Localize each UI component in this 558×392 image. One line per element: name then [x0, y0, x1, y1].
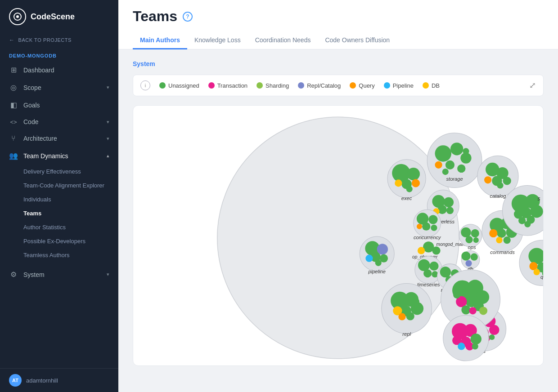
svg-point-86 — [471, 254, 478, 261]
sidebar-item-possible-ex-developers[interactable]: Possible Ex-Developers — [0, 234, 118, 248]
svg-point-80 — [504, 236, 511, 244]
tab-code-owners-diffusion[interactable]: Code Owners Diffusion — [318, 32, 397, 49]
project-label: DEMO-MONGODB — [0, 49, 118, 61]
svg-point-39 — [422, 223, 430, 231]
svg-point-78 — [497, 229, 506, 238]
svg-point-106 — [531, 205, 538, 212]
sidebar-item-delivery-effectiveness[interactable]: Delivery Effectiveness — [0, 165, 118, 178]
bubble-chart-svg: storage catalog — [133, 106, 543, 365]
logo[interactable]: CodeScene — [0, 0, 118, 33]
main-content: Teams ? Main Authors Knowledge Loss Coor… — [118, 0, 558, 392]
svg-point-25 — [412, 179, 420, 187]
team-dynamics-icon: 👥 — [9, 151, 18, 160]
legend-label: Query — [359, 82, 374, 89]
sidebar-item-teamless-authors[interactable]: Teamless Authors — [0, 248, 118, 262]
sidebar-item-teams[interactable]: Teams — [0, 206, 118, 220]
svg-point-44 — [432, 246, 440, 254]
back-arrow-icon: ← — [9, 37, 15, 43]
tab-main-authors[interactable]: Main Authors — [133, 32, 187, 49]
db-cluster: db — [461, 250, 480, 272]
svg-point-18 — [484, 176, 491, 183]
svg-point-33 — [446, 207, 454, 214]
legend-bar: i Unassigned Transaction Sharding Repl/C… — [133, 75, 544, 96]
svg-point-17 — [503, 177, 511, 185]
info-icon[interactable]: i — [140, 80, 150, 90]
sidebar-item-goals[interactable]: ◧ Goals — [0, 96, 118, 114]
svg-text:concurrency: concurrency — [414, 235, 441, 240]
sidebar-item-team-code-alignment[interactable]: Team-Code Alignment Explorer — [0, 178, 118, 192]
legend-label: Transaction — [217, 82, 248, 89]
svg-point-203 — [472, 343, 478, 349]
svg-point-127 — [489, 334, 495, 340]
svg-text:pipeline: pipeline — [368, 269, 385, 274]
sidebar-item-dashboard[interactable]: ⊞ Dashboard — [0, 61, 118, 79]
sidebar-item-label: Scope — [23, 84, 41, 91]
logo-text: CodeScene — [31, 12, 75, 22]
sidebar-item-author-statistics[interactable]: Author Statistics — [0, 220, 118, 234]
legend-repl-catalog: Repl/Catalog — [298, 82, 341, 89]
svg-point-115 — [406, 312, 414, 320]
help-icon[interactable]: ? — [183, 12, 193, 22]
svg-point-1 — [16, 15, 19, 18]
svg-point-58 — [429, 262, 438, 271]
chevron-up-icon: ▴ — [107, 153, 109, 159]
sidebar-item-team-dynamics[interactable]: 👥 Team Dynamics ▴ — [0, 147, 118, 165]
back-to-projects[interactable]: ← BACK TO PROJECTS — [0, 33, 118, 49]
svg-point-81 — [496, 237, 502, 243]
svg-point-107 — [524, 221, 531, 227]
legend-label: Sharding — [266, 82, 289, 89]
sidebar-item-label: Goals — [23, 102, 40, 109]
sidebar: CodeScene ← BACK TO PROJECTS DEMO-MONGOD… — [0, 0, 118, 392]
svg-point-8 — [457, 165, 465, 173]
svg-point-85 — [461, 251, 470, 260]
sidebar-item-code[interactable]: <> Code ▾ — [0, 114, 118, 130]
sidebar-item-architecture[interactable]: ⑂ Architecture ▾ — [0, 130, 118, 147]
user-profile[interactable]: AT adamtornhill — [0, 368, 118, 392]
tab-coordination-needs[interactable]: Coordination Needs — [248, 32, 318, 49]
legend-label: DB — [432, 82, 440, 89]
sharding-dot — [256, 82, 263, 89]
svg-text:query: query — [540, 274, 543, 280]
svg-point-19 — [497, 182, 503, 188]
sidebar-item-scope[interactable]: ◎ Scope ▾ — [0, 79, 118, 96]
transaction-dot — [208, 82, 215, 89]
tab-bar: Main Authors Knowledge Loss Coordination… — [133, 32, 544, 49]
chevron-down-icon: ▾ — [107, 85, 109, 90]
team-dynamics-subnav: Delivery Effectiveness Team-Code Alignme… — [0, 165, 118, 262]
svg-point-10 — [442, 169, 449, 175]
architecture-icon: ⑂ — [9, 134, 18, 143]
svg-point-5 — [450, 143, 463, 155]
svg-point-117 — [412, 298, 419, 305]
svg-point-72 — [473, 237, 479, 243]
sidebar-item-label: Dashboard — [23, 67, 54, 74]
svg-point-9 — [435, 161, 442, 169]
dashboard-icon: ⊞ — [9, 66, 18, 74]
svg-text:ops: ops — [468, 245, 476, 250]
legend-label: Pipeline — [393, 82, 414, 89]
svg-point-26 — [395, 179, 402, 187]
logo-icon — [9, 8, 26, 25]
legend-query: Query — [350, 82, 374, 89]
svg-point-71 — [465, 236, 472, 243]
expand-icon[interactable]: ⤢ — [529, 80, 536, 90]
tab-knowledge-loss[interactable]: Knowledge Loss — [187, 32, 248, 49]
legend-db: DB — [423, 82, 440, 89]
svg-text:timeseries: timeseries — [417, 282, 440, 287]
legend-transaction: Transaction — [208, 82, 248, 89]
svg-text:repl: repl — [402, 331, 411, 337]
back-label: BACK TO PROJECTS — [18, 37, 72, 43]
sidebar-item-system[interactable]: ⚙ System ▾ — [0, 266, 118, 283]
svg-point-194 — [469, 307, 477, 314]
svg-point-96 — [534, 269, 540, 275]
content-area: System i Unassigned Transaction Sharding… — [118, 49, 558, 392]
svg-point-41 — [417, 224, 422, 229]
svg-point-31 — [444, 197, 454, 207]
query-cluster: query — [519, 240, 543, 285]
goals-icon: ◧ — [9, 101, 18, 109]
sidebar-item-individuals[interactable]: Individuals — [0, 192, 118, 206]
svg-point-54 — [375, 260, 382, 266]
svg-point-63 — [440, 267, 451, 277]
chevron-down-icon: ▾ — [107, 272, 109, 277]
svg-point-7 — [446, 160, 454, 169]
svg-point-59 — [423, 269, 432, 277]
